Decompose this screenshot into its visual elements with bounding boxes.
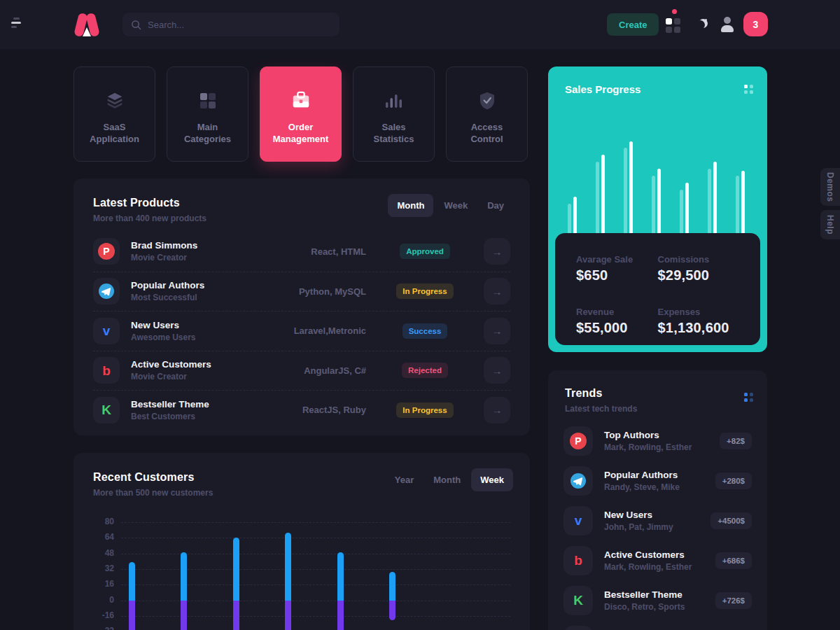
axis-tick-label: -16 bbox=[90, 610, 114, 620]
product-row: Popular AuthorsMost SuccessfulPython, My… bbox=[93, 272, 510, 312]
category-card-label: SaaS Application bbox=[83, 122, 147, 146]
tab-month[interactable]: Month bbox=[424, 468, 470, 491]
trend-amount-badge: +82$ bbox=[720, 433, 752, 449]
status-badge: Success bbox=[402, 323, 448, 339]
trends-list: PTop AuthorsMark, Rowling, Esther+82$Pop… bbox=[548, 421, 767, 630]
product-title: Brad Simmons bbox=[131, 240, 281, 251]
stat-label: Revenue bbox=[576, 307, 658, 317]
dots-grid-icon[interactable] bbox=[744, 393, 753, 402]
row-arrow-button[interactable]: → bbox=[484, 238, 510, 265]
notification-count-badge[interactable]: 3 bbox=[743, 12, 768, 36]
user-avatar-icon[interactable] bbox=[720, 17, 734, 32]
customer-bar-positive bbox=[181, 552, 187, 600]
row-arrow-button[interactable]: → bbox=[484, 397, 510, 424]
product-row: KBestseller ThemeBest CustomersReactJS, … bbox=[93, 390, 510, 430]
stat-value: $29,500 bbox=[658, 267, 740, 284]
status-badge: In Progress bbox=[396, 284, 453, 299]
product-tech: AngularJS, C# bbox=[281, 365, 366, 376]
trend-amount-badge: +686$ bbox=[715, 552, 752, 569]
customer-bar-positive bbox=[285, 533, 291, 600]
latest-products-list: PBrad SimmonsMovie CreatorReact, HTMLApp… bbox=[74, 232, 530, 430]
sales-progress-card: Sales Progress Avarage Sale$650Comission… bbox=[548, 66, 767, 352]
telegram-icon bbox=[564, 466, 593, 496]
product-row: PBrad SimmonsMovie CreatorReact, HTMLApp… bbox=[93, 232, 510, 272]
gridline bbox=[121, 616, 510, 617]
customer-bar-positive bbox=[129, 562, 135, 600]
category-card-label: Access Control bbox=[455, 122, 519, 146]
customer-bar-negative bbox=[337, 601, 344, 630]
tab-week[interactable]: Week bbox=[435, 194, 477, 217]
gridline bbox=[121, 554, 510, 554]
dark-mode-icon[interactable] bbox=[696, 19, 707, 30]
trend-subtitle: Disco, Retro, Sports bbox=[604, 602, 715, 612]
axis-tick-label: 48 bbox=[90, 548, 114, 558]
product-title: Popular Authors bbox=[131, 280, 281, 290]
top-navbar: Create 3 bbox=[0, 0, 840, 49]
category-card-order-management[interactable]: Order Management bbox=[260, 66, 342, 162]
recent-customers-card: Recent Customers More than 500 new custo… bbox=[74, 453, 530, 630]
stat-comissions: Comissions$29,500 bbox=[658, 254, 740, 293]
stat-label: Avarage Sale bbox=[576, 254, 658, 265]
side-tab-demos[interactable]: Demos bbox=[820, 168, 840, 206]
tab-week[interactable]: Week bbox=[471, 468, 513, 491]
trend-subtitle: Mark, Rowling, Esther bbox=[604, 562, 715, 572]
search-input[interactable] bbox=[148, 20, 331, 30]
trend-title: Popular Authors bbox=[604, 470, 715, 480]
trend-item: PTop AuthorsMark, Rowling, Esther+82$ bbox=[564, 421, 752, 461]
product-row: bActive CustomersMovie CreatorAngularJS,… bbox=[93, 351, 510, 391]
tab-year[interactable]: Year bbox=[386, 468, 423, 491]
product-title: Bestseller Theme bbox=[131, 399, 281, 410]
stat-avarage-sale: Avarage Sale$650 bbox=[576, 254, 658, 293]
dashboard-page: Create 3 SaaS ApplicationMain Categories… bbox=[0, 0, 840, 630]
trend-subtitle: John, Pat, Jimmy bbox=[604, 522, 710, 532]
product-title: Active Customers bbox=[131, 359, 281, 370]
stat-value: $1,130,600 bbox=[658, 320, 740, 336]
status-badge: In Progress bbox=[396, 402, 453, 418]
trend-item: vNew UsersJohn, Pat, Jimmy+4500$ bbox=[564, 500, 752, 540]
product-tech: Python, MySQL bbox=[281, 286, 366, 297]
vimeo-icon: v bbox=[93, 318, 120, 344]
trend-item: MFox Broker App bbox=[564, 620, 752, 630]
row-arrow-button[interactable]: → bbox=[484, 357, 510, 384]
sales-progress-stats: Avarage Sale$650Comissions$29,500Revenue… bbox=[555, 233, 760, 345]
axis-tick-label: -32 bbox=[90, 626, 114, 630]
trend-title: Bestseller Theme bbox=[604, 589, 715, 600]
axis-tick-label: 16 bbox=[90, 579, 114, 589]
axis-tick-label: 64 bbox=[90, 532, 114, 542]
category-card-main-categories[interactable]: Main Categories bbox=[167, 66, 248, 162]
grid-icon bbox=[198, 88, 218, 113]
trend-item: Popular AuthorsRandy, Steve, Mike+280$ bbox=[564, 461, 752, 500]
search-icon bbox=[131, 20, 141, 30]
recent-customers-tabs: YearMonthWeek bbox=[386, 468, 513, 491]
product-tech: React, HTML bbox=[281, 246, 366, 257]
customer-bar-positive bbox=[233, 538, 239, 600]
category-card-saas-application[interactable]: SaaS Application bbox=[74, 66, 155, 162]
tab-month[interactable]: Month bbox=[388, 194, 433, 217]
category-card-sales-statistics[interactable]: Sales Statistics bbox=[353, 66, 435, 162]
layers-icon bbox=[104, 88, 125, 113]
trend-item: KBestseller ThemeDisco, Retro, Sports+72… bbox=[564, 580, 752, 620]
trend-amount-badge: +726$ bbox=[715, 592, 752, 609]
axis-tick-label: 80 bbox=[90, 517, 114, 526]
product-tech: Laravel,Metronic bbox=[281, 326, 366, 336]
stat-expenses: Expenses$1,130,600 bbox=[658, 307, 740, 345]
status-badge: Rejected bbox=[402, 363, 448, 378]
side-tab-help[interactable]: Help bbox=[820, 210, 840, 239]
gridline bbox=[121, 522, 510, 523]
stat-revenue: Revenue$55,000 bbox=[576, 307, 658, 345]
latest-products-tabs: MonthWeekDay bbox=[388, 194, 513, 217]
trends-title: Trends bbox=[565, 387, 750, 400]
tab-day[interactable]: Day bbox=[478, 194, 513, 217]
create-button[interactable]: Create bbox=[607, 13, 659, 36]
product-subtitle: Best Customers bbox=[131, 412, 281, 421]
quick-links-icon[interactable] bbox=[666, 18, 680, 33]
customer-bar-positive bbox=[337, 552, 344, 600]
sidebar-toggle-icon[interactable] bbox=[11, 18, 24, 30]
row-arrow-button[interactable]: → bbox=[484, 278, 510, 304]
trend-title: Top Authors bbox=[604, 430, 720, 440]
metronic-logo[interactable] bbox=[74, 12, 99, 37]
gridline bbox=[121, 584, 510, 585]
row-arrow-button[interactable]: → bbox=[484, 318, 510, 344]
category-card-access-control[interactable]: Access Control bbox=[446, 66, 528, 162]
product-subtitle: Awesome Users bbox=[131, 332, 281, 342]
